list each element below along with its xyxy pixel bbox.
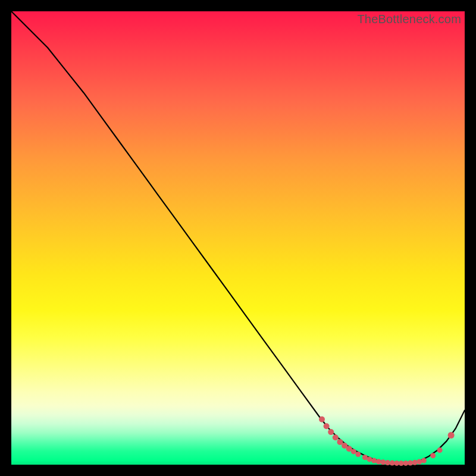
- chart-marker: [355, 452, 361, 457]
- chart-marker: [380, 459, 386, 465]
- chart-marker: [437, 447, 443, 453]
- bottleneck-curve: [11, 11, 465, 464]
- chart-marker: [430, 453, 436, 458]
- chart-marker: [351, 449, 356, 454]
- chart-canvas: TheBottleneck.com: [11, 11, 465, 465]
- chart-marker: [333, 434, 339, 440]
- chart-marker: [371, 458, 377, 464]
- chart-marker: [408, 461, 413, 466]
- chart-marker: [448, 432, 455, 439]
- chart-marker: [416, 459, 422, 465]
- chart-marker: [412, 460, 418, 465]
- chart-marker: [376, 459, 381, 464]
- chart-svg: [11, 11, 465, 465]
- chart-marker: [403, 461, 408, 466]
- chart-markers: [319, 416, 455, 466]
- chart-marker: [319, 416, 325, 422]
- chart-marker: [324, 423, 330, 429]
- chart-marker: [421, 458, 427, 464]
- chart-marker: [367, 456, 372, 462]
- chart-marker: [328, 429, 334, 435]
